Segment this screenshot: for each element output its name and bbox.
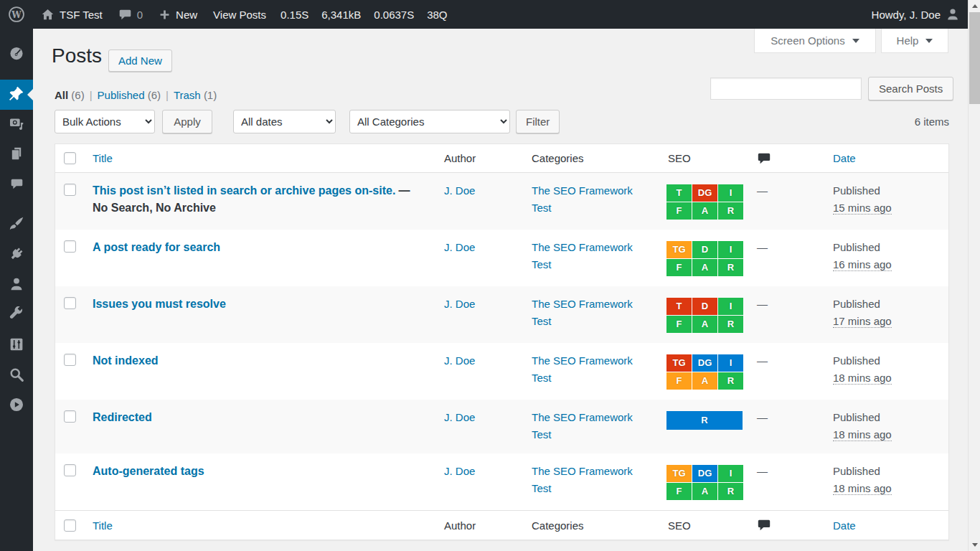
howdy-text: Howdy, J. Doe [872, 9, 941, 21]
vertical-scrollbar[interactable] [968, 0, 980, 551]
view-count: (6) [148, 89, 161, 101]
category-link[interactable]: The SEO Framework Test [532, 184, 633, 214]
author-link[interactable]: J. Doe [444, 354, 475, 367]
scrollbar-thumb[interactable] [969, 12, 980, 104]
categories-column-header: Categories [532, 152, 666, 164]
seo-badge: T [666, 298, 692, 315]
screen-options-tab[interactable]: Screen Options [754, 29, 876, 53]
bulk-actions-select[interactable]: Bulk Actions [55, 110, 155, 133]
seo-badge: DG [692, 184, 717, 202]
sidebar-item-tools[interactable] [0, 301, 33, 331]
table-row: This post isn’t listed in search or arch… [55, 173, 948, 230]
row-checkbox[interactable] [64, 410, 76, 423]
comments-value: — [757, 298, 768, 310]
seo-badge: F [666, 316, 692, 333]
select-all-checkbox[interactable] [64, 152, 76, 164]
row-checkbox[interactable] [64, 240, 76, 253]
seo-badge: A [692, 259, 717, 276]
category-link[interactable]: The SEO Framework Test [532, 354, 633, 384]
category-link[interactable]: The SEO Framework Test [532, 241, 633, 270]
post-title-link[interactable]: Redirected [93, 411, 152, 423]
post-title-link[interactable]: Issues you must resolve [93, 298, 226, 310]
sidebar-menu [0, 29, 33, 551]
row-checkbox[interactable] [64, 297, 76, 309]
sidebar-item-search[interactable] [0, 361, 33, 391]
comments-bubble-icon [118, 8, 132, 22]
sidebar-item-video[interactable] [0, 391, 33, 421]
seo-badge: TG [666, 241, 692, 258]
sidebar-item-settings[interactable] [0, 331, 33, 361]
new-content-menu[interactable]: New [151, 0, 205, 29]
sidebar-item-appearance[interactable] [0, 210, 33, 240]
table-row: Auto-generated tagsJ. DoeThe SEO Framewo… [55, 453, 948, 510]
post-title-link[interactable]: This post isn’t listed in search or arch… [93, 184, 395, 197]
post-status: Published [833, 182, 948, 199]
filter-button[interactable]: Filter [516, 110, 560, 133]
row-checkbox[interactable] [64, 354, 76, 366]
category-link[interactable]: The SEO Framework Test [532, 298, 633, 327]
sidebar-item-dashboard[interactable] [0, 39, 33, 70]
view-posts-link[interactable]: View Posts [205, 0, 274, 29]
view-filter-published[interactable]: Published [98, 89, 145, 101]
author-link[interactable]: J. Doe [444, 184, 475, 197]
sort-by-title[interactable]: Title [93, 519, 113, 532]
seo-bar: R [666, 411, 757, 430]
author-link[interactable]: J. Doe [444, 465, 475, 477]
post-title-link[interactable]: Not indexed [93, 354, 159, 367]
comments-count: 0 [137, 9, 143, 21]
seo-bar: TGDGIFAR [666, 354, 757, 390]
add-new-button[interactable]: Add New [108, 50, 172, 72]
post-status: Published [833, 296, 948, 313]
sidebar-item-users[interactable] [0, 270, 33, 301]
site-name: TSF Test [60, 9, 103, 21]
post-date-relative: 16 mins ago [833, 258, 892, 271]
seo-badge: D [692, 298, 717, 315]
view-filter-all[interactable]: All [55, 89, 68, 101]
row-checkbox[interactable] [64, 464, 76, 476]
chevron-down-icon [852, 39, 859, 47]
categories-filter-select[interactable]: All Categories [349, 110, 510, 133]
post-title-link[interactable]: Auto-generated tags [93, 465, 204, 477]
comments-column-icon [757, 151, 833, 166]
sidebar-item-media[interactable] [0, 110, 33, 140]
help-tab[interactable]: Help [881, 29, 948, 53]
dates-filter-select[interactable]: All dates [233, 110, 336, 133]
wordpress-menu[interactable]: W [0, 0, 33, 29]
sort-by-date[interactable]: Date [833, 152, 856, 164]
sort-by-title[interactable]: Title [93, 152, 113, 164]
row-checkbox[interactable] [64, 184, 76, 196]
filter-toolbar: Bulk Actions Apply All dates All Categor… [55, 110, 949, 134]
view-filter-trash[interactable]: Trash [174, 89, 201, 101]
scroll-up-arrow[interactable] [969, 0, 980, 12]
post-date-relative: 18 mins ago [833, 372, 892, 385]
post-date-relative: 18 mins ago [833, 482, 892, 495]
seo-badge: R [718, 316, 743, 333]
category-link[interactable]: The SEO Framework Test [532, 411, 633, 441]
author-link[interactable]: J. Doe [444, 298, 475, 310]
post-status: Published [833, 239, 948, 256]
author-link[interactable]: J. Doe [444, 241, 475, 253]
category-link[interactable]: The SEO Framework Test [532, 465, 633, 494]
sidebar-item-comments[interactable] [0, 170, 33, 200]
search-input[interactable] [710, 77, 862, 100]
view-count: (6) [71, 89, 84, 101]
post-title-link[interactable]: A post ready for search [93, 241, 220, 253]
sidebar-item-posts[interactable] [0, 80, 33, 110]
sidebar-item-pages[interactable] [0, 140, 33, 170]
my-account-menu[interactable]: Howdy, J. Doe [864, 0, 968, 29]
plug-icon [9, 246, 24, 265]
author-link[interactable]: J. Doe [444, 411, 475, 423]
sidebar-item-plugins[interactable] [0, 240, 33, 270]
apply-button[interactable]: Apply [162, 110, 212, 133]
sort-by-date[interactable]: Date [833, 519, 856, 532]
table-row: Not indexedJ. DoeThe SEO Framework TestT… [55, 343, 948, 400]
seo-badge: A [692, 372, 717, 390]
seo-column-header: SEO [666, 519, 757, 532]
select-all-checkbox[interactable] [64, 519, 76, 532]
scroll-down-arrow[interactable] [969, 539, 980, 551]
play-circle-icon [9, 397, 24, 415]
search-posts-button[interactable]: Search Posts [868, 77, 953, 100]
admin-bar-comments[interactable]: 0 [110, 0, 151, 29]
post-date-relative: 17 mins ago [833, 315, 892, 328]
site-name-menu[interactable]: TSF Test [33, 0, 110, 29]
